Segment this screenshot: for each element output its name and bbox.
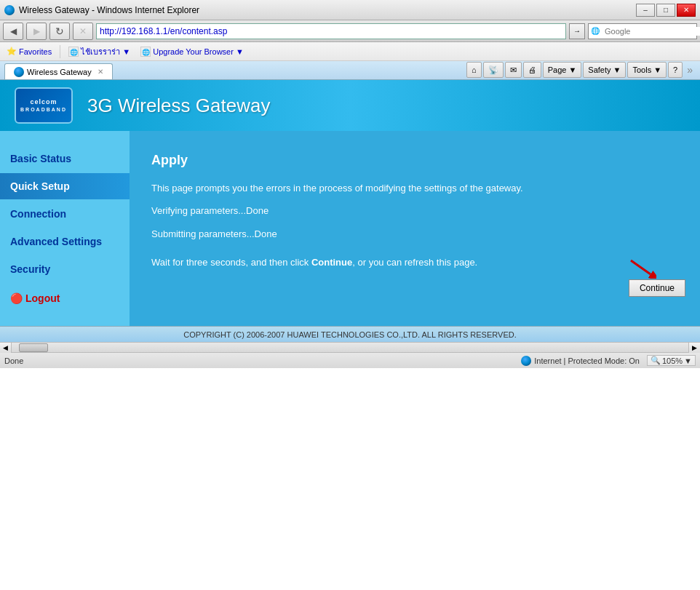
toolbar-right: ⌂ 📡 ✉ 🖨 Page ▼ Safety ▼ Tools ▼ ? » <box>466 62 696 79</box>
page-menu[interactable]: Page ▼ <box>543 62 582 78</box>
content-status-line1: Verifying parameters...Done <box>151 202 678 219</box>
zone-info: Internet | Protected Mode: On <box>521 356 640 366</box>
address-bar: ◀ ▶ ↻ ✕ → 🌐 🔍 <box>0 20 700 42</box>
home-button[interactable]: ⌂ <box>466 62 482 78</box>
tab-close-icon[interactable]: ✕ <box>98 68 103 76</box>
ie-icon <box>4 5 15 15</box>
search-provider-icon: 🌐 <box>589 27 602 35</box>
window-title: Wireless Gateway - Windows Internet Expl… <box>19 5 199 15</box>
scrollbar-area[interactable]: ◀ ▶ <box>0 342 700 352</box>
help-button[interactable]: ? <box>668 62 683 78</box>
arrow-indicator <box>627 257 656 281</box>
search-input[interactable] <box>602 27 700 36</box>
tab-icon <box>14 67 24 77</box>
tab-bar: Wireless Gateway ✕ ⌂ 📡 ✉ 🖨 Page ▼ Safety… <box>0 61 700 80</box>
separator <box>60 45 60 58</box>
content-instruction: Wait for three seconds, and then click C… <box>151 254 678 271</box>
refresh-button[interactable]: ↻ <box>49 23 70 40</box>
logout-icon: 🔴 <box>10 292 23 304</box>
window-controls: – □ ✕ <box>636 4 696 17</box>
page-wrapper: celcom BROADBAND 3G Wireless Gateway Bas… <box>0 80 700 342</box>
status-text: Done <box>4 356 515 365</box>
content-body: This page prompts you the errors in the … <box>151 180 678 271</box>
scrollbar-thumb[interactable] <box>19 343 48 352</box>
sidebar-item-quick-setup[interactable]: Quick Setup <box>0 173 130 199</box>
zone-icon <box>521 356 531 366</box>
close-button[interactable]: ✕ <box>677 4 696 17</box>
sidebar: Basic Status Quick Setup Connection Adva… <box>0 131 130 326</box>
status-right: Internet | Protected Mode: On 🔍 105% ▼ <box>521 355 696 366</box>
minimize-button[interactable]: – <box>636 4 655 17</box>
fav-icon-1: 🌐 <box>68 47 79 57</box>
logout-button[interactable]: 🔴 Logout <box>0 285 130 311</box>
sidebar-item-advanced-settings[interactable]: Advanced Settings <box>0 228 130 255</box>
page-header: celcom BROADBAND 3G Wireless Gateway <box>0 80 700 131</box>
zoom-level: 105% <box>662 356 683 365</box>
scroll-left-button[interactable]: ◀ <box>0 343 12 353</box>
continue-button[interactable]: Continue <box>629 279 685 297</box>
content-description: This page prompts you the errors in the … <box>151 180 678 196</box>
zoom-icon: 🔍 <box>651 356 661 365</box>
svg-line-1 <box>631 260 651 274</box>
search-box: 🌐 🔍 <box>588 23 697 39</box>
scroll-right-button[interactable]: ▶ <box>688 343 700 353</box>
zoom-control[interactable]: 🔍 105% ▼ <box>647 355 696 366</box>
tab-wireless-gateway[interactable]: Wireless Gateway ✕ <box>4 63 113 79</box>
celcom-logo: celcom BROADBAND <box>15 87 73 124</box>
feeds-button[interactable]: 📡 <box>483 62 504 78</box>
back-button[interactable]: ◀ <box>3 23 23 40</box>
content-area: Apply This page prompts you the errors i… <box>130 131 700 326</box>
title-bar: Wireless Gateway - Windows Internet Expl… <box>0 0 700 20</box>
content-status-line2: Submitting parameters...Done <box>151 226 678 242</box>
fav-icon-2: 🌐 <box>140 47 151 57</box>
content-title: Apply <box>151 153 678 168</box>
star-icon: ⭐ <box>7 47 17 56</box>
print-button[interactable]: 🖨 <box>523 62 541 78</box>
logo-text-bottom: BROADBAND <box>20 106 67 113</box>
sidebar-item-connection[interactable]: Connection <box>0 201 130 227</box>
zoom-dropdown-icon: ▼ <box>684 356 692 365</box>
go-button[interactable]: → <box>569 23 585 39</box>
forward-button[interactable]: ▶ <box>26 23 47 40</box>
tools-menu[interactable]: Tools ▼ <box>627 62 667 78</box>
status-bar: Done Internet | Protected Mode: On 🔍 105… <box>0 352 700 368</box>
address-input[interactable] <box>96 23 566 39</box>
fav-item-upgrade-browser[interactable]: 🌐 Upgrade Your Browser ▼ <box>138 46 246 57</box>
maximize-button[interactable]: □ <box>656 4 675 17</box>
main-layout: Basic Status Quick Setup Connection Adva… <box>0 131 700 326</box>
favorites-bar: ⭐ Favorites 🌐 ไช้เบรราร่า ▼ 🌐 Upgrade Yo… <box>0 42 700 61</box>
stop-button[interactable]: ✕ <box>73 23 93 40</box>
fav-item-1[interactable]: 🌐 ไช้เบรราร่า ▼ <box>66 44 132 59</box>
sidebar-item-security[interactable]: Security <box>0 256 130 282</box>
sidebar-item-basic-status[interactable]: Basic Status <box>0 145 130 172</box>
logo-text-top: celcom <box>30 97 57 107</box>
page-title: 3G Wireless Gateway <box>87 95 270 117</box>
zone-text: Internet | Protected Mode: On <box>534 356 640 365</box>
footer-bar: COPYRIGHT (C) 2006-2007 HUAWEI TECHNOLOG… <box>0 326 700 342</box>
favorites-button[interactable]: ⭐ Favorites <box>4 46 54 57</box>
copyright-text: COPYRIGHT (C) 2006-2007 HUAWEI TECHNOLOG… <box>183 330 516 339</box>
mail-button[interactable]: ✉ <box>505 62 522 78</box>
safety-menu[interactable]: Safety ▼ <box>583 62 626 78</box>
chevron-right-icon[interactable]: » <box>684 64 696 76</box>
scrollbar-track[interactable] <box>12 343 688 353</box>
